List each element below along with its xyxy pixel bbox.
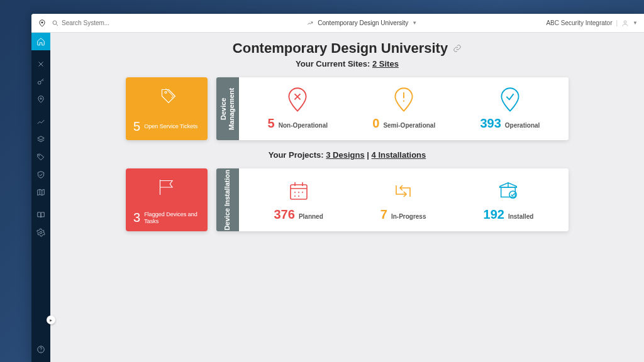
search-icon	[52, 19, 59, 27]
stat-num: 0	[372, 116, 379, 131]
stat-num: 192	[484, 207, 504, 222]
svg-point-4	[38, 81, 41, 84]
search-input[interactable]	[62, 19, 156, 26]
stat-label: Operational	[505, 122, 540, 129]
pin-alert-icon	[393, 87, 414, 112]
stat-planned[interactable]: 376Planned	[274, 178, 323, 222]
svg-point-0	[42, 21, 43, 23]
stat-num: 393	[480, 116, 501, 131]
stat-label: In-Progress	[391, 213, 426, 220]
tile-open-service-tickets[interactable]: 5 Open Service Tickets	[126, 77, 208, 140]
sites-subtitle: Your Current Sites: 2 Sites	[63, 59, 631, 69]
stat-in-progress[interactable]: 7In-Progress	[380, 178, 426, 222]
left-nav-rail	[31, 33, 50, 362]
nav-tools[interactable]	[31, 55, 50, 73]
svg-point-27	[294, 195, 296, 197]
chevron-down-icon[interactable]: ▼	[633, 20, 638, 26]
tags-icon	[155, 86, 178, 106]
flag-icon	[155, 177, 178, 197]
stat-operational[interactable]: 393Operational	[480, 87, 540, 131]
stat-semi-operational[interactable]: 0Semi-Operational	[372, 87, 435, 131]
stat-installed[interactable]: 192Installed	[484, 178, 534, 222]
nav-book[interactable]	[31, 206, 50, 224]
svg-point-1	[53, 21, 57, 25]
svg-marker-8	[38, 189, 45, 195]
nav-analytics[interactable]	[31, 113, 50, 131]
svg-point-24	[294, 192, 296, 193]
nav-map[interactable]	[31, 184, 50, 201]
sites-prefix: Your Current Sites:	[296, 59, 372, 69]
panel-device-management: Device Management 5Non-Operational 0Semi…	[216, 77, 569, 140]
nav-gear[interactable]	[31, 224, 50, 241]
svg-point-5	[40, 98, 42, 99]
svg-point-3	[624, 21, 626, 23]
nav-layers[interactable]	[31, 131, 50, 148]
nav-location[interactable]	[31, 90, 50, 108]
top-bar: Contemporary Design University ▼ ABC Sec…	[31, 14, 644, 33]
company-name[interactable]: ABC Security Integrator	[546, 19, 612, 26]
stat-non-operational[interactable]: 5Non-Operational	[268, 87, 328, 131]
box-check-icon	[497, 180, 519, 200]
svg-line-2	[57, 24, 58, 26]
nav-shield[interactable]	[31, 166, 50, 184]
brand-logo[interactable]	[38, 19, 47, 28]
stat-label: Semi-Operational	[383, 122, 435, 129]
top-right: ABC Security Integrator | ▼	[546, 19, 638, 27]
nav-help[interactable]	[31, 341, 50, 358]
stat-label: Planned	[299, 213, 323, 220]
svg-point-7	[39, 155, 40, 156]
page-title: Contemporary Design University	[63, 40, 631, 57]
tile-count: 5	[133, 119, 140, 134]
divider: |	[616, 19, 618, 26]
search-wrap	[52, 19, 177, 27]
cycle-icon	[392, 180, 414, 202]
svg-point-11	[40, 231, 42, 234]
svg-marker-6	[38, 136, 45, 140]
svg-point-25	[298, 192, 299, 193]
row-device-management: 5 Open Service Tickets Device Management…	[63, 77, 631, 140]
context-label: Contemporary Design University	[318, 19, 408, 26]
pin-check-icon	[499, 87, 521, 112]
svg-point-14	[165, 92, 167, 94]
chevron-down-icon: ▼	[412, 20, 417, 26]
sites-link[interactable]: 2 Sites	[372, 59, 399, 69]
link-icon[interactable]	[453, 44, 462, 53]
tile-flagged-devices[interactable]: 3 Flagged Devices and Tasks	[126, 168, 208, 231]
tile-label: Open Service Tickets	[144, 123, 197, 130]
projects-subtitle: Your Projects: 3 Designs | 4 Installatio…	[63, 150, 631, 160]
tile-count: 3	[133, 211, 140, 225]
tile-label: Flagged Devices and Tasks	[144, 211, 200, 225]
svg-point-26	[302, 192, 303, 193]
stat-num: 7	[380, 207, 387, 222]
row-device-installation: 3 Flagged Devices and Tasks Device Insta…	[63, 168, 631, 231]
context-switcher[interactable]: Contemporary Design University ▼	[177, 19, 546, 26]
panel-tab-label: Device Installation	[216, 168, 239, 231]
main-content: Contemporary Design University Your Curr…	[50, 33, 644, 362]
calendar-icon	[288, 180, 309, 202]
svg-point-13	[41, 351, 42, 351]
stat-label: Non-Operational	[279, 122, 328, 129]
stat-label: Installed	[508, 213, 534, 220]
svg-point-18	[403, 101, 404, 102]
nav-tags[interactable]	[31, 148, 50, 166]
installations-link[interactable]: 4 Installations	[372, 150, 426, 160]
pin-x-icon	[287, 87, 308, 112]
panel-device-installation: Device Installation 376Planned 7In-Progr…	[216, 168, 569, 231]
chart-icon	[306, 20, 314, 26]
user-icon[interactable]	[621, 19, 629, 27]
panel-tab-label: Device Management	[216, 77, 239, 140]
stat-num: 376	[274, 207, 295, 222]
page-title-text: Contemporary Design University	[233, 40, 448, 57]
projects-prefix: Your Projects:	[269, 150, 326, 160]
nav-home[interactable]	[31, 33, 50, 50]
nav-key[interactable]	[31, 73, 50, 90]
stat-num: 5	[268, 116, 275, 131]
designs-link[interactable]: 3 Designs	[326, 150, 364, 160]
svg-point-28	[298, 195, 299, 197]
